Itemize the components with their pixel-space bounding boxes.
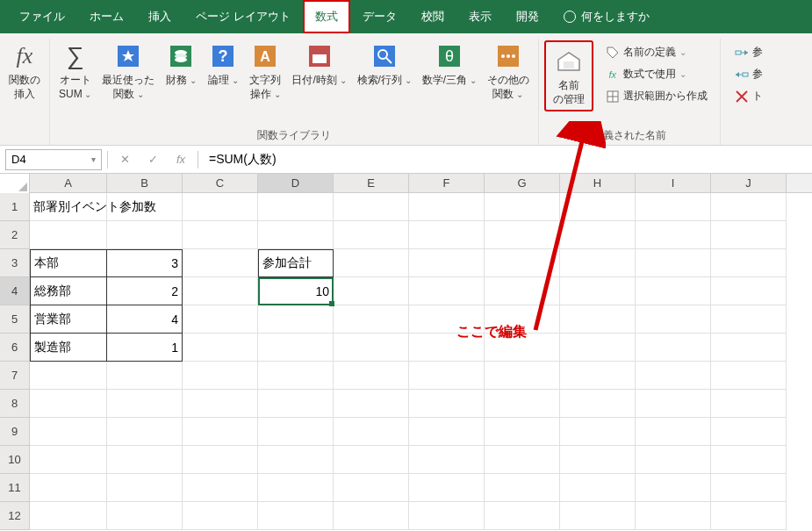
cell-C8[interactable] (183, 390, 258, 418)
cell-A11[interactable] (30, 474, 107, 502)
cell-D4[interactable]: 10 (258, 277, 334, 305)
cell-J9[interactable] (711, 418, 787, 446)
create-from-selection-button[interactable]: 選択範囲から作成 (600, 86, 713, 106)
cell-F11[interactable] (409, 474, 485, 502)
cell-I12[interactable] (636, 502, 711, 530)
cell-B12[interactable] (107, 502, 183, 530)
cell-A7[interactable] (30, 362, 107, 390)
cell-E7[interactable] (334, 362, 409, 390)
cell-C7[interactable] (183, 362, 258, 390)
cell-J2[interactable] (711, 221, 787, 249)
cell-G3[interactable] (485, 249, 560, 277)
lookup-button[interactable]: 検索/行列 (352, 39, 417, 90)
cell-I8[interactable] (636, 390, 711, 418)
cell-F7[interactable] (409, 362, 485, 390)
row-header-2[interactable]: 2 (0, 221, 30, 249)
cell-B5[interactable]: 4 (107, 305, 183, 334)
cell-D1[interactable] (258, 193, 334, 221)
cell-A2[interactable] (30, 221, 107, 249)
cell-J8[interactable] (711, 390, 787, 418)
cell-E11[interactable] (334, 474, 409, 502)
text-button[interactable]: A 文字列操作 (244, 39, 286, 103)
cell-D7[interactable] (258, 362, 334, 390)
tab-home[interactable]: ホーム (77, 0, 136, 33)
cell-I6[interactable] (636, 334, 711, 362)
autosum-button[interactable]: ∑ オートSUM (54, 39, 97, 103)
cell-D8[interactable] (258, 390, 334, 418)
col-header-I[interactable]: I (636, 174, 711, 192)
cell-J11[interactable] (711, 474, 787, 502)
cell-C1[interactable] (183, 193, 258, 221)
cell-C11[interactable] (183, 474, 258, 502)
name-box[interactable]: D4 ▾ (5, 149, 102, 170)
cell-J10[interactable] (711, 446, 787, 474)
cell-D2[interactable] (258, 221, 334, 249)
col-header-E[interactable]: E (334, 174, 409, 192)
row-header-6[interactable]: 6 (0, 334, 30, 362)
more-functions-button[interactable]: その他の関数 (482, 39, 535, 103)
cell-I1[interactable] (636, 193, 711, 221)
cell-E12[interactable] (334, 502, 409, 530)
col-header-F[interactable]: F (409, 174, 485, 192)
cell-I11[interactable] (636, 474, 711, 502)
logical-button[interactable]: ? 論理 (202, 39, 244, 90)
tab-developer[interactable]: 開発 (504, 0, 551, 33)
cell-E1[interactable] (334, 193, 409, 221)
cell-B6[interactable]: 1 (107, 334, 183, 362)
tab-review[interactable]: 校閲 (409, 0, 456, 33)
cell-H1[interactable] (560, 193, 636, 221)
cell-C5[interactable] (183, 305, 258, 334)
cell-B10[interactable] (107, 446, 183, 474)
cell-G7[interactable] (485, 362, 560, 390)
cell-E9[interactable] (334, 418, 409, 446)
trace-precedents-button[interactable]: 参 (729, 42, 768, 62)
cell-I7[interactable] (636, 362, 711, 390)
cell-I10[interactable] (636, 446, 711, 474)
cell-F10[interactable] (409, 446, 485, 474)
cell-F2[interactable] (409, 221, 485, 249)
formula-input[interactable] (204, 151, 807, 169)
cell-J4[interactable] (711, 277, 787, 305)
tab-file[interactable]: ファイル (7, 0, 77, 33)
cell-B7[interactable] (107, 362, 183, 390)
cell-G10[interactable] (485, 446, 560, 474)
cell-E10[interactable] (334, 446, 409, 474)
cell-B2[interactable] (107, 221, 183, 249)
cell-A5[interactable]: 営業部 (30, 305, 107, 334)
cell-H12[interactable] (560, 502, 636, 530)
cell-F8[interactable] (409, 390, 485, 418)
col-header-H[interactable]: H (560, 174, 636, 192)
row-header-7[interactable]: 7 (0, 362, 30, 390)
cell-I9[interactable] (636, 418, 711, 446)
cell-A10[interactable] (30, 446, 107, 474)
col-header-J[interactable]: J (711, 174, 787, 192)
cell-C12[interactable] (183, 502, 258, 530)
cell-J1[interactable] (711, 193, 787, 221)
cell-A3[interactable]: 本部 (30, 249, 107, 277)
cell-H8[interactable] (560, 390, 636, 418)
col-header-C[interactable]: C (183, 174, 258, 192)
cell-B4[interactable]: 2 (107, 277, 183, 305)
cell-A4[interactable]: 総務部 (30, 277, 107, 305)
tell-me[interactable]: 何をしますか (551, 0, 662, 33)
cell-H2[interactable] (560, 221, 636, 249)
cell-I3[interactable] (636, 249, 711, 277)
cell-G9[interactable] (485, 418, 560, 446)
cell-C9[interactable] (183, 418, 258, 446)
cell-G4[interactable] (485, 277, 560, 305)
use-in-formula-button[interactable]: fx 数式で使用 ⌄ (600, 64, 713, 84)
cell-G11[interactable] (485, 474, 560, 502)
cell-A6[interactable]: 製造部 (30, 334, 107, 362)
row-header-1[interactable]: 1 (0, 193, 30, 221)
cell-H11[interactable] (560, 474, 636, 502)
select-all-triangle[interactable] (0, 174, 30, 193)
tab-formulas[interactable]: 数式 (303, 0, 350, 33)
cell-F3[interactable] (409, 249, 485, 277)
tab-page-layout[interactable]: ページ レイアウト (183, 0, 303, 33)
cell-A9[interactable] (30, 418, 107, 446)
cell-C6[interactable] (183, 334, 258, 362)
cell-H7[interactable] (560, 362, 636, 390)
cell-B1[interactable] (107, 193, 183, 221)
define-name-button[interactable]: 名前の定義 ⌄ (600, 42, 713, 62)
cell-E5[interactable] (334, 305, 409, 334)
